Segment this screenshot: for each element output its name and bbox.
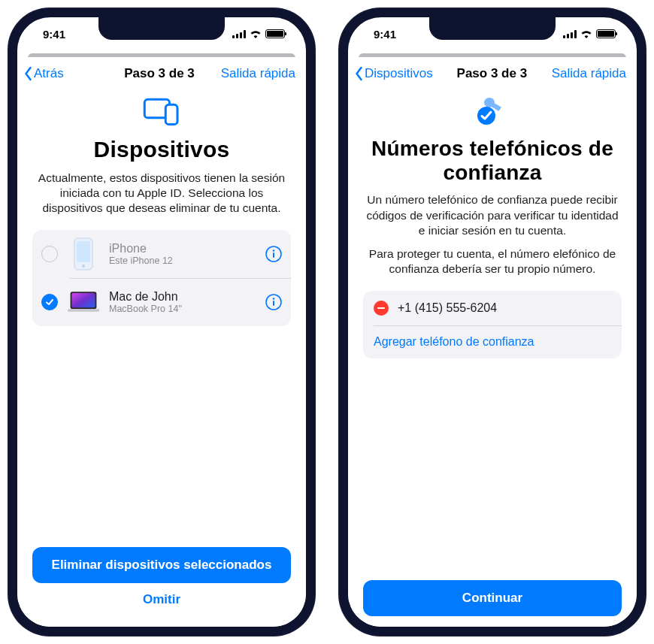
back-label: Atrás	[34, 66, 64, 81]
remove-selected-button[interactable]: Eliminar dispositivos seleccionados	[32, 547, 291, 583]
svg-point-6	[273, 249, 275, 252]
device-subtitle: Este iPhone 12	[109, 255, 256, 266]
device-name: iPhone	[109, 242, 256, 255]
trusted-number-value: +1 (415) 555-6204	[398, 301, 497, 315]
page-description-1: Un número telefónico de confianza puede …	[363, 192, 622, 238]
svg-rect-7	[273, 252, 274, 258]
svg-rect-1	[165, 104, 177, 124]
svg-rect-13	[273, 301, 274, 306]
svg-rect-9	[71, 293, 95, 307]
nav-bar: Dispositivos Paso 3 de 3 Salida rápida	[348, 57, 637, 87]
status-time: 9:41	[43, 28, 65, 41]
svg-point-12	[273, 298, 275, 300]
device-text: Mac de John MacBook Pro 14"	[109, 290, 256, 314]
device-text: iPhone Este iPhone 12	[109, 242, 256, 266]
remove-icon[interactable]	[374, 301, 389, 316]
notch	[98, 17, 225, 40]
status-time: 9:41	[374, 28, 396, 41]
cellular-icon	[563, 30, 577, 38]
device-row-mac[interactable]: Mac de John MacBook Pro 14"	[32, 278, 291, 326]
svg-point-4	[82, 265, 85, 268]
svg-rect-10	[68, 309, 99, 312]
battery-icon	[596, 29, 616, 38]
screen: 9:41 Dispositivos Paso 3 de 3 Salida ráp…	[348, 17, 637, 627]
status-indicators	[563, 29, 616, 38]
skip-button[interactable]: Omitir	[32, 583, 291, 616]
back-label: Dispositivos	[365, 66, 433, 81]
trusted-number-row[interactable]: +1 (415) 555-6204	[363, 291, 622, 325]
wifi-icon	[250, 29, 262, 38]
status-indicators	[232, 29, 285, 38]
battery-icon	[265, 29, 285, 38]
device-thumb-iphone	[67, 237, 100, 271]
nav-step: Paso 3 de 3	[124, 66, 195, 81]
page-description-2: Para proteger tu cuenta, el número elefó…	[363, 246, 622, 277]
device-subtitle: MacBook Pro 14"	[109, 304, 256, 314]
device-name: Mac de John	[109, 290, 256, 304]
phone-devices: 9:41 Atrás Paso 3 de 3 Salida rápida	[8, 8, 316, 636]
checkbox-unchecked[interactable]	[41, 246, 58, 262]
content: Dispositivos Actualmente, estos disposit…	[17, 87, 306, 627]
phone-trusted-numbers: 9:41 Dispositivos Paso 3 de 3 Salida ráp…	[338, 8, 646, 636]
cellular-icon	[232, 30, 246, 38]
add-trusted-label: Agregar teléfono de confianza	[374, 335, 534, 349]
wifi-icon	[580, 29, 592, 38]
page-description: Actualmente, estos dispositivos tienen l…	[32, 171, 291, 216]
screen: 9:41 Atrás Paso 3 de 3 Salida rápida	[17, 17, 306, 627]
sheet: Dispositivos Paso 3 de 3 Salida rápida N…	[348, 57, 637, 627]
trusted-numbers-list: +1 (415) 555-6204 Agregar teléfono de co…	[363, 291, 622, 358]
nav-step: Paso 3 de 3	[457, 66, 528, 81]
devices-icon	[32, 93, 291, 129]
quick-exit-button[interactable]: Salida rápida	[551, 66, 626, 81]
nav-bar: Atrás Paso 3 de 3 Salida rápida	[17, 57, 306, 87]
quick-exit-button[interactable]: Salida rápida	[220, 66, 295, 81]
info-icon[interactable]	[265, 294, 282, 310]
device-thumb-mac	[67, 286, 100, 319]
svg-rect-3	[77, 241, 90, 262]
device-row-iphone[interactable]: iPhone Este iPhone 12	[32, 230, 291, 278]
continue-button[interactable]: Continuar	[363, 580, 622, 616]
checkbox-checked[interactable]	[41, 294, 58, 310]
sheet: Atrás Paso 3 de 3 Salida rápida Disposit…	[17, 57, 306, 627]
back-button[interactable]: Dispositivos	[354, 66, 433, 81]
trusted-phone-icon	[363, 93, 622, 129]
add-trusted-number[interactable]: Agregar teléfono de confianza	[363, 325, 622, 358]
content: Números telefónicos de confianza Un núme…	[348, 87, 637, 627]
notch	[429, 17, 556, 40]
device-list: iPhone Este iPhone 12	[32, 230, 291, 326]
page-title: Dispositivos	[32, 137, 291, 163]
back-button[interactable]: Atrás	[23, 66, 98, 81]
info-icon[interactable]	[265, 246, 282, 262]
page-title: Números telefónicos de confianza	[363, 137, 622, 185]
